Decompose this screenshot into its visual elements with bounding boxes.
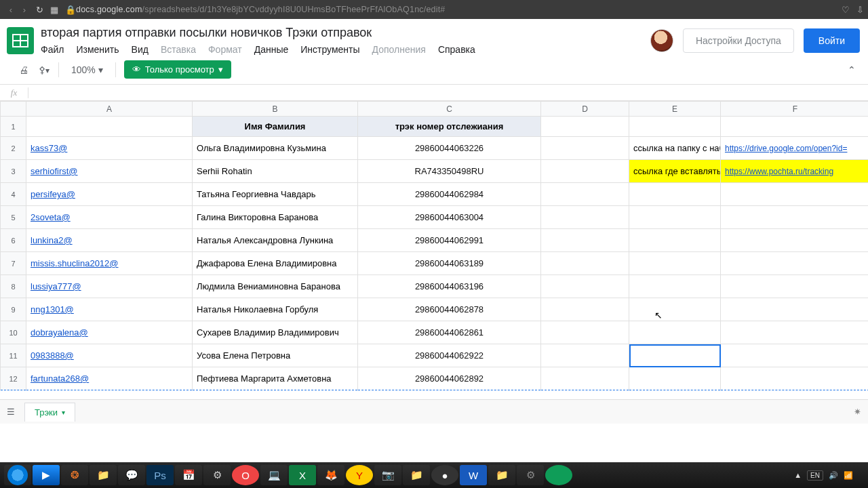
url-display[interactable]: docs.google.com/spreadsheets/d/1h3Ye8jbY… [76, 5, 446, 14]
table-row[interactable]: 52soveta@Галина Викторовна Баранова29860… [1, 206, 869, 229]
menu-tools[interactable]: Инструменты [300, 44, 359, 55]
row-header[interactable]: 9 [1, 298, 26, 321]
cell[interactable] [541, 229, 629, 252]
cell[interactable]: Галина Викторовна Баранова [193, 206, 358, 229]
sheets-logo-icon[interactable] [7, 27, 34, 54]
table-row[interactable]: 6lunkina2@Наталья Александровна Лункина2… [1, 229, 869, 252]
cell[interactable]: Джафарова Елена Владимировна [193, 252, 358, 275]
table-row[interactable]: 1Имя Фамилиятрэк номер отслежиания [1, 117, 869, 137]
cell[interactable]: lussiya777@ [26, 275, 193, 298]
row-header[interactable]: 4 [1, 183, 26, 206]
cell[interactable] [629, 229, 721, 252]
cell[interactable] [629, 117, 721, 137]
login-button[interactable]: Войти [804, 28, 860, 53]
table-row[interactable]: 8lussiya777@Людмила Вениаминовна Баранов… [1, 275, 869, 298]
cell[interactable] [721, 183, 869, 206]
cell[interactable]: Людмила Вениаминовна Баранова [193, 275, 358, 298]
col-header[interactable]: A [26, 102, 193, 117]
taskbar-app[interactable]: 🦊 [317, 465, 344, 485]
col-header[interactable]: D [541, 102, 629, 117]
document-title[interactable]: вторая партия отправки посылки новичков … [41, 26, 650, 40]
row-header[interactable]: 12 [1, 367, 26, 390]
col-header[interactable]: B [193, 102, 358, 117]
taskbar-app[interactable]: ❂ [61, 465, 88, 485]
taskbar-app[interactable]: ● [431, 465, 458, 485]
cell[interactable] [721, 344, 869, 367]
cell[interactable]: 29860044062991 [358, 229, 541, 252]
table-row[interactable]: 3serhiofirst@Serhii RohatinRA743350498RU… [1, 160, 869, 183]
view-only-badge[interactable]: 👁Только просмотр▾ [124, 60, 231, 79]
cell[interactable]: 0983888@ [26, 344, 193, 367]
cell[interactable] [541, 275, 629, 298]
language-indicator[interactable]: EN [807, 470, 823, 481]
menu-data[interactable]: Данные [254, 44, 289, 55]
cell[interactable] [629, 206, 721, 229]
taskbar-app[interactable]: 📁 [90, 465, 117, 485]
cell[interactable]: Serhii Rohatin [193, 160, 358, 183]
spreadsheet-grid[interactable]: A B C D E F 1Имя Фамилиятрэк номер отсле… [0, 101, 868, 399]
cell[interactable]: missis.shuclina2012@ [26, 252, 193, 275]
row-header[interactable]: 3 [1, 160, 26, 183]
col-header[interactable]: F [721, 102, 869, 117]
table-row[interactable]: 10dobrayalena@Сухарев Владимир Владимиро… [1, 321, 869, 344]
download-icon[interactable]: ⇩ [856, 5, 864, 15]
taskbar-app[interactable]: 📁 [488, 465, 515, 485]
cell[interactable] [629, 367, 721, 390]
cell[interactable]: 29860044062984 [358, 183, 541, 206]
collapse-toolbar-icon[interactable]: ⌃ [848, 64, 860, 75]
taskbar-app[interactable]: O [232, 465, 259, 485]
cell[interactable] [721, 367, 869, 390]
cell[interactable]: Ольга Владимировна Кузьмина [193, 137, 358, 160]
taskbar-app[interactable]: W [460, 465, 487, 485]
cell[interactable] [721, 117, 869, 137]
cell[interactable] [541, 117, 629, 137]
taskbar-app[interactable]: Y [346, 465, 373, 485]
tray-icon[interactable]: 📶 [844, 471, 853, 480]
menu-file[interactable]: Файл [41, 44, 64, 55]
cell[interactable]: Сухарев Владимир Владимирович [193, 321, 358, 344]
cell[interactable]: ссылка где вставлять трек код [629, 160, 721, 183]
cell[interactable] [629, 298, 721, 321]
menu-addons[interactable]: Дополнения [372, 44, 426, 55]
zoom-selector[interactable]: 100% ▾ [67, 64, 107, 75]
start-button[interactable] [4, 465, 31, 485]
cell[interactable]: kass73@ [26, 137, 193, 160]
menu-help[interactable]: Справка [438, 44, 475, 55]
cell[interactable] [721, 229, 869, 252]
taskbar-app[interactable]: 💻 [260, 465, 288, 485]
cell[interactable]: nng1301@ [26, 298, 193, 321]
cell[interactable] [721, 206, 869, 229]
table-row[interactable]: 7missis.shuclina2012@Джафарова Елена Вла… [1, 252, 869, 275]
cell[interactable]: Пефтиева Маргарита Ахметовна [193, 367, 358, 390]
cell[interactable] [541, 367, 629, 390]
table-row[interactable]: 4persifeya@Татьяна Георгиевна Чавдарь298… [1, 183, 869, 206]
row-header[interactable]: 6 [1, 229, 26, 252]
nav-back-icon[interactable]: ‹ [4, 5, 18, 15]
cell[interactable]: Наталья Александровна Лункина [193, 229, 358, 252]
row-header[interactable]: 7 [1, 252, 26, 275]
table-row[interactable]: 9nng1301@Наталья Николаевна Горбуля29860… [1, 298, 869, 321]
row-header[interactable]: 1 [1, 117, 26, 137]
row-header[interactable]: 8 [1, 275, 26, 298]
cell[interactable]: 29860044062922 [358, 344, 541, 367]
menu-insert[interactable]: Вставка [161, 44, 196, 55]
cell[interactable]: Имя Фамилия [193, 117, 358, 137]
cell[interactable] [541, 298, 629, 321]
cell[interactable] [541, 183, 629, 206]
cell[interactable]: dobrayalena@ [26, 321, 193, 344]
cell[interactable]: 29860044063189 [358, 252, 541, 275]
row-header[interactable]: 2 [1, 137, 26, 160]
cell[interactable] [721, 298, 869, 321]
cell[interactable]: 29860044063004 [358, 206, 541, 229]
row-header[interactable]: 10 [1, 321, 26, 344]
cell[interactable] [629, 321, 721, 344]
taskbar-app[interactable]: ▶ [33, 465, 60, 485]
print-icon[interactable]: 🖨 [18, 64, 30, 75]
cell[interactable]: трэк номер отслежиания [358, 117, 541, 137]
taskbar-app[interactable]: 💬 [118, 465, 145, 485]
tray-icon[interactable]: 🔊 [829, 471, 838, 480]
taskbar-app[interactable]: Ps [146, 465, 174, 485]
table-row[interactable]: 110983888@Усова Елена Петровна2986004406… [1, 344, 869, 367]
cell[interactable] [629, 252, 721, 275]
explore-icon[interactable]: ✷ [854, 407, 861, 417]
